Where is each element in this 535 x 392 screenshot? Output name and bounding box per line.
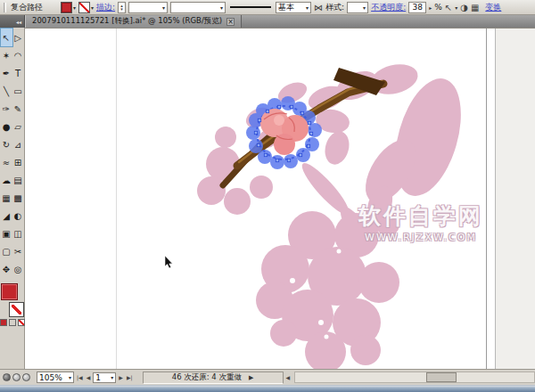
style-select[interactable]: ▾ (347, 2, 368, 13)
chevron-down-icon: ▾ (111, 374, 113, 380)
tool-rectangle[interactable]: ▭ (12, 82, 24, 100)
chevron-down-icon[interactable]: ▾ (91, 4, 94, 11)
tool-free-transform[interactable]: ⊞ (12, 153, 24, 171)
chevron-down-icon[interactable]: ▾ (73, 4, 76, 11)
stroke-weight-link[interactable]: 描边: (96, 2, 115, 13)
stroke-preview-line (230, 6, 271, 8)
paint-mode-row (0, 319, 25, 326)
chevron-down-icon: ▾ (363, 4, 366, 11)
artwork (25, 29, 535, 369)
tool-artboard[interactable]: ▢ (1, 242, 12, 260)
workspace-body: ↖ ▷ ✶ ◠ ✒ T ╲ ▭ ✑ ✎ ● ▱ (0, 28, 535, 369)
tool-slice[interactable]: ✂ (12, 242, 24, 260)
stroke-weight-stepper[interactable]: ▴ ▾ (118, 2, 126, 13)
fill-color-swatch[interactable] (61, 2, 72, 13)
chevron-down-icon: ▾ (69, 374, 71, 380)
brush-definition-select[interactable]: ▾ (170, 2, 226, 13)
chevron-down-icon[interactable]: ▾ (455, 4, 457, 11)
status-bar: 105% ▾ |◀ ◀ 1 ▾ ▶ ▶| 46 次还原: 4 次重做 ▶ ◀ (0, 369, 535, 385)
fill-color-control[interactable]: ▾ (61, 2, 76, 13)
color-mode-button[interactable] (0, 319, 7, 326)
canvas[interactable]: 软件自学网 WWW.RJZXW.COM (25, 28, 535, 369)
tool-eyedropper[interactable]: ◢ (1, 207, 12, 225)
tool-zoom[interactable]: ◎ (12, 260, 24, 278)
tool-mesh[interactable]: ▦ (1, 189, 12, 207)
screen-mode-normal-button[interactable] (3, 373, 11, 381)
previous-artboard-button[interactable]: ◀ (86, 374, 92, 380)
opacity-unit-label: % (434, 3, 442, 12)
tool-selection[interactable]: ↖ (1, 29, 12, 46)
symbols-panel-icon[interactable]: ▦ (471, 3, 479, 12)
tool-paintbrush[interactable]: ✑ (1, 100, 12, 118)
tool-lasso[interactable]: ◠ (12, 46, 24, 64)
tool-scale[interactable]: ⊿ (12, 135, 24, 153)
panel-grip (4, 3, 6, 12)
mouse-cursor (165, 256, 172, 268)
transform-link[interactable]: 变换 (485, 2, 501, 13)
tools-panel: ↖ ▷ ✶ ◠ ✒ T ╲ ▭ ✑ ✎ ● ▱ (0, 28, 25, 369)
stroke-none-swatch[interactable] (78, 2, 90, 13)
tool-column-graph[interactable]: ▤ (12, 171, 24, 189)
tool-pencil[interactable]: ✎ (12, 100, 24, 118)
brush-options-icon[interactable]: ⋈ (314, 3, 323, 12)
control-bar: 复合路径 ▾ ▾ 描边: ▴ ▾ ▾ ▾ 基本▾ ⋈ 样式: ▾ 不透明度: (0, 0, 535, 15)
illustrator-window: 复合路径 ▾ ▾ 描边: ▴ ▾ ▾ ▾ 基本▾ ⋈ 样式: ▾ 不透明度: (0, 0, 535, 392)
first-artboard-button[interactable]: |◀ (76, 374, 84, 380)
brush-basic-select[interactable]: 基本▾ (276, 2, 311, 13)
window-bottom-edge (0, 385, 535, 392)
selected-flower[interactable] (246, 96, 322, 169)
fill-proxy-swatch[interactable] (1, 283, 18, 300)
tool-live-paint-selection[interactable]: ◫ (12, 225, 24, 242)
chevron-down-icon: ▾ (220, 4, 223, 11)
hscroll-left-button[interactable]: ◀ (285, 374, 292, 380)
status-display[interactable]: 46 次还原: 4 次重做 ▶ (143, 372, 284, 384)
tool-blob-brush[interactable]: ● (1, 118, 12, 135)
artboard-number-select[interactable]: 1 ▾ (93, 372, 116, 383)
next-artboard-button[interactable]: ▶ (118, 374, 124, 380)
stroke-weight-select[interactable]: ▾ (128, 2, 168, 13)
document-title: 2007910111125721 [转换].ai* @ 105% (RGB/预览… (32, 16, 222, 27)
screen-mode-full-button[interactable] (22, 373, 30, 381)
screen-mode-menu-button[interactable] (12, 373, 21, 381)
isolate-object-icon[interactable]: ◑ (460, 3, 468, 12)
fill-stroke-control[interactable] (1, 282, 24, 317)
tool-eraser[interactable]: ▱ (12, 118, 24, 135)
gradient-mode-button[interactable] (9, 319, 16, 326)
toolbox-collapse-button[interactable]: ◂◂ (0, 15, 25, 28)
tool-live-paint-bucket[interactable]: ▣ (1, 225, 12, 242)
horizontal-scrollbar[interactable] (294, 372, 535, 383)
zoom-level-select[interactable]: 105% ▾ (37, 372, 74, 383)
tool-type[interactable]: T (12, 64, 24, 82)
status-flyout-icon[interactable]: ▶ (249, 374, 253, 381)
tool-line-segment[interactable]: ╲ (1, 82, 12, 100)
close-icon[interactable]: × (226, 18, 235, 26)
tool-gradient[interactable]: ▩ (12, 189, 24, 207)
tool-rotate[interactable]: ↻ (1, 135, 12, 153)
last-artboard-button[interactable]: ▶| (126, 374, 134, 380)
tool-grid: ↖ ▷ ✶ ◠ ✒ T ╲ ▭ ✑ ✎ ● ▱ (1, 28, 24, 278)
document-tab-bar: ◂◂ 2007910111125721 [转换].ai* @ 105% (RGB… (0, 15, 535, 28)
collapse-icon: ◂◂ (16, 19, 21, 25)
style-label: 样式: (325, 2, 344, 13)
tool-pen[interactable]: ✒ (1, 64, 12, 82)
opacity-input[interactable]: 38 (408, 2, 426, 13)
select-similar-icon[interactable]: ↖ (445, 3, 452, 12)
tool-hand[interactable]: ✥ (1, 260, 12, 278)
scrollbar-thumb[interactable] (426, 372, 457, 382)
stroke-proxy-swatch[interactable] (9, 302, 24, 317)
opacity-caret-icon[interactable]: ▸ (429, 4, 432, 11)
tool-magic-wand[interactable]: ✶ (1, 46, 12, 64)
tool-symbol-sprayer[interactable]: ☁ (1, 171, 12, 189)
stepper-down-icon[interactable]: ▾ (120, 7, 123, 11)
tool-blend[interactable]: ◐ (12, 207, 24, 225)
document-tab[interactable]: 2007910111125721 [转换].ai* @ 105% (RGB/预览… (25, 15, 242, 28)
history-status-text: 46 次还原: 4 次重做 (172, 372, 242, 383)
none-mode-button[interactable] (18, 319, 25, 326)
tool-warp[interactable]: ≈ (1, 153, 12, 171)
tool-direct-selection[interactable]: ▷ (12, 29, 24, 46)
opacity-link[interactable]: 不透明度: (371, 2, 406, 13)
stroke-color-control[interactable]: ▾ (78, 2, 94, 13)
context-label: 复合路径 (11, 2, 43, 13)
chevron-down-icon: ▾ (162, 4, 165, 11)
chevron-down-icon: ▾ (306, 4, 309, 11)
